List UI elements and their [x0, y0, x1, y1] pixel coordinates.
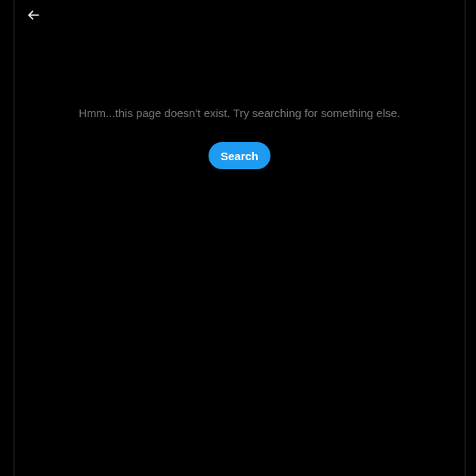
back-button[interactable] [20, 3, 46, 29]
error-message: Hmm...this page doesn't exist. Try searc… [79, 106, 400, 121]
search-button-label: Search [221, 150, 258, 162]
error-container: Hmm...this page doesn't exist. Try searc… [14, 106, 465, 169]
arrow-left-icon [26, 8, 41, 25]
search-button[interactable]: Search [209, 142, 270, 169]
main-panel: Hmm...this page doesn't exist. Try searc… [14, 0, 465, 476]
